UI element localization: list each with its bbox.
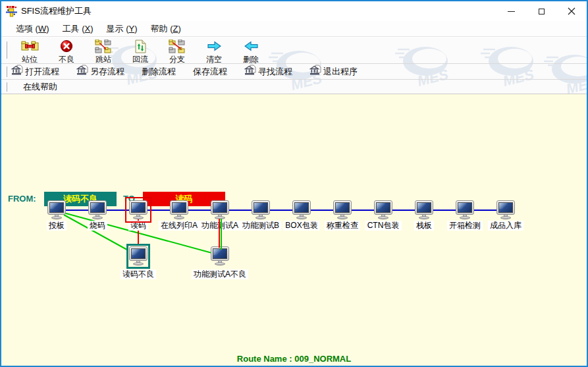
station-node[interactable] [211, 246, 229, 266]
flow-doc-icon [244, 65, 256, 78]
station-label: 读码 [128, 221, 148, 231]
computer-icon [456, 200, 474, 215]
computer-icon [292, 200, 311, 215]
回流-button[interactable]: 回流 [122, 39, 159, 65]
station-node[interactable] [170, 200, 188, 219]
station-label: 称重检查 [325, 221, 360, 231]
close-button[interactable] [556, 1, 587, 21]
station-label: 开箱检测 [447, 221, 483, 231]
保存流程-button[interactable]: 保存流程 [193, 66, 227, 78]
menu-item-w[interactable]: 选项 (W) [9, 22, 56, 36]
删除-button[interactable]: 删除 [232, 39, 269, 65]
打开流程-button[interactable]: 打开流程 [11, 65, 59, 78]
menu-bar: 选项 (W)工具 (X)显示 (Y)帮助 (Z) [1, 21, 587, 37]
station-node[interactable] [415, 200, 433, 219]
分支-button[interactable]: 分支 [159, 39, 196, 65]
window-title: SFIS流程维护工具 [21, 5, 92, 17]
menu-item-y[interactable]: 显示 (Y) [100, 22, 144, 36]
toolbar-grip[interactable] [5, 82, 7, 92]
maximize-button[interactable] [526, 1, 556, 21]
站位-button[interactable]: 站位 [11, 39, 48, 65]
station-label: BOX包装 [283, 221, 319, 231]
flow-toolbar: 打开流程另存流程删除流程保存流程寻找流程退出程序 [1, 64, 587, 80]
computer-icon [211, 246, 229, 261]
app-logo-icon [6, 6, 17, 17]
station-label: 读码不良 [120, 269, 156, 279]
defect-icon [60, 39, 73, 53]
不良-button[interactable]: 不良 [48, 39, 85, 65]
computer-icon [252, 200, 270, 215]
station-label: 烧码 [88, 221, 107, 231]
main-toolbar: 站位不良跳站回流分支清空删除 [1, 38, 587, 64]
from-label: FROM: [8, 194, 36, 204]
station-node[interactable] [374, 200, 392, 219]
clear-arrow-right-icon [207, 39, 222, 53]
station-label: 功能测试A不良 [192, 269, 248, 279]
退出程序-button[interactable]: 退出程序 [309, 65, 358, 78]
station-label: CTN包装 [365, 221, 402, 231]
清空-button[interactable]: 清空 [196, 39, 232, 65]
station-node[interactable] [129, 246, 147, 266]
跳站-button[interactable]: 跳站 [85, 39, 122, 65]
station-label: 成品入库 [488, 221, 523, 231]
computer-icon [496, 200, 515, 215]
menu-item-x[interactable]: 工具 (X) [56, 22, 100, 36]
reflow-icon [135, 39, 146, 53]
flow-doc-icon [309, 65, 321, 78]
flow-doc-icon [11, 65, 23, 78]
computer-icon [170, 200, 188, 215]
computer-icon [129, 200, 147, 215]
stations-link-icon [21, 39, 39, 53]
station-node[interactable] [129, 200, 147, 219]
station-node[interactable] [88, 200, 107, 219]
branch-icon [169, 39, 186, 53]
station-label: 功能测试A [200, 221, 240, 231]
station-label: 功能测试B [240, 221, 281, 231]
寻找流程-button[interactable]: 寻找流程 [244, 65, 292, 78]
computer-icon [129, 246, 147, 261]
toolbar-grip[interactable] [5, 67, 7, 77]
help-toolbar: 在线帮助 [1, 80, 587, 94]
delete-arrow-left-icon [244, 39, 259, 53]
computer-icon [333, 200, 352, 215]
route-name-status: Route Name : 009_NORMAL [1, 354, 587, 364]
station-node[interactable] [333, 200, 352, 219]
station-node[interactable] [456, 200, 474, 219]
computer-icon [47, 200, 66, 215]
close-icon [568, 7, 575, 15]
computer-icon [415, 200, 433, 215]
online-help-button[interactable]: 在线帮助 [23, 81, 57, 93]
toolbar-grip[interactable] [5, 42, 7, 59]
station-node[interactable] [292, 200, 311, 219]
minimize-button[interactable] [496, 1, 526, 21]
window-controls [496, 1, 587, 21]
station-label: 栈板 [414, 221, 434, 231]
删除流程-button[interactable]: 删除流程 [142, 66, 176, 78]
station-label: 在线列印A [159, 221, 200, 231]
另存流程-button[interactable]: 另存流程 [76, 65, 124, 78]
computer-icon [88, 200, 107, 215]
flow-doc-icon [76, 65, 88, 78]
minimize-icon [508, 11, 515, 12]
station-label: 投板 [47, 221, 67, 231]
app-window: SFIS流程维护工具 选项 (W)工具 (X)显示 (Y)帮助 (Z) MES … [0, 0, 588, 367]
title-bar: SFIS流程维护工具 [1, 1, 587, 21]
computer-icon [374, 200, 392, 215]
station-node[interactable] [47, 200, 66, 219]
maximize-icon [539, 9, 545, 14]
station-node[interactable] [496, 200, 515, 219]
skip-station-icon [95, 39, 112, 53]
station-node[interactable] [211, 200, 229, 219]
menu-item-z[interactable]: 帮助 (Z) [144, 22, 188, 36]
computer-icon [211, 200, 229, 215]
station-node[interactable] [252, 200, 270, 219]
